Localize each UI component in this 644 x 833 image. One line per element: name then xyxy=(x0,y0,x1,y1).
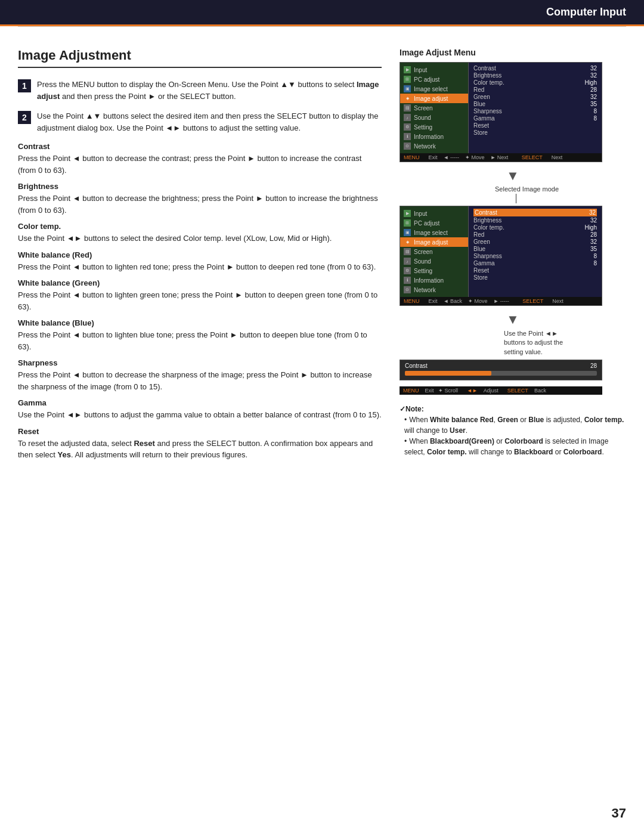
menu-item-setting-label-2: Setting xyxy=(414,268,432,274)
header-title: Computer Input xyxy=(546,6,626,18)
menu-item-image-adjust-label: Image adjust xyxy=(414,95,448,102)
menu-left-1: ▶ Input ⊞ PC adjust ▣ Image select ◈ Ima… xyxy=(400,63,469,153)
step-number-1: 1 xyxy=(18,79,31,92)
note-item-1: When White balance Red, Green or Blue is… xyxy=(404,414,626,436)
image-adjust-icon: ◈ xyxy=(404,95,411,102)
menu-item-network: ⊙ Network xyxy=(400,141,468,151)
right-column: Image Adjust Menu ▶ Input ⊞ PC adjust ▣ … xyxy=(400,48,626,467)
information-icon-2: ℹ xyxy=(404,277,411,284)
right-row-contrast-2: Contrast32 xyxy=(473,209,597,216)
step-number-2: 2 xyxy=(18,111,31,124)
note-title: ✓Note: xyxy=(400,404,626,414)
section-wb-blue-body: Press the Point ◄ button to lighten blue… xyxy=(18,329,382,352)
menu-item-sound-label-2: Sound xyxy=(414,258,431,265)
menu-item-image-select-2: ▣ Image select xyxy=(400,228,468,237)
section-sharpness: Sharpness Press the Point ◄ button to de… xyxy=(18,358,382,392)
slider-track xyxy=(405,371,597,376)
image-select-icon-2: ▣ xyxy=(404,229,411,236)
input-icon-2: ▶ xyxy=(404,210,411,217)
menu-item-input-label-2: Input xyxy=(414,210,427,217)
adjust-label: ◄► xyxy=(467,388,478,394)
select-label-2: SELECT xyxy=(522,298,543,304)
pc-adjust-icon-2: ⊞ xyxy=(404,219,411,227)
section-wb-green-body: Press the Point ◄ button to lighten gree… xyxy=(18,289,382,312)
network-icon-2: ⊙ xyxy=(404,286,411,293)
header-divider xyxy=(18,26,626,27)
section-reset-title: Reset xyxy=(18,427,382,436)
menu-item-image-select: ▣ Image select xyxy=(400,84,468,94)
menu-item-setting: ⚙ Setting xyxy=(400,122,468,132)
arrow-down-2: ▼ xyxy=(400,312,626,327)
annotation-container: Selected Image mode xyxy=(400,185,626,203)
page-title: Image Adjustment xyxy=(18,48,382,68)
menu-item-information-label: Information xyxy=(414,134,444,140)
section-contrast: Contrast Press the Point ◄ button to dec… xyxy=(18,142,382,176)
menu-ui-1: ▶ Input ⊞ PC adjust ▣ Image select ◈ Ima… xyxy=(400,62,602,162)
menu-bar-2: MENU Exit ◄ Back ✦ Move ► ----- SELECT N… xyxy=(400,297,602,305)
section-color-temp-title: Color temp. xyxy=(18,222,382,231)
menu-exit-label-2: MENU xyxy=(404,298,420,304)
menu-exit-label: MENU xyxy=(404,154,420,160)
right-row-sharpness: Sharpness8 xyxy=(473,108,597,114)
menu-item-input: ▶ Input xyxy=(400,65,468,75)
image-adjust-icon-2: ◈ xyxy=(404,239,411,246)
menu-item-screen-label: Screen xyxy=(414,105,433,112)
section-wb-red-body: Press the Point ◄ button to lighten red … xyxy=(18,261,382,273)
setting-icon-2: ⚙ xyxy=(404,267,411,274)
right-row-red: Red28 xyxy=(473,86,597,93)
section-gamma-title: Gamma xyxy=(18,398,382,407)
slider-bottom-bar: MENU Exit ✦ Scroll ◄► Adjust SELECT Back xyxy=(400,386,602,395)
right-row-colortemp: Color temp.High xyxy=(473,79,597,86)
step-1-text: Press the MENU button to display the On-… xyxy=(37,79,382,102)
slider-value: 28 xyxy=(590,363,597,369)
menu-item-sound-label: Sound xyxy=(414,114,431,121)
arrow-down-1: ▼ xyxy=(400,168,626,184)
right-row-sharpness-2: Sharpness8 xyxy=(473,253,597,259)
section-contrast-body: Press the Point ◄ button to decrease the… xyxy=(18,153,382,176)
section-wb-red-title: White balance (Red) xyxy=(18,250,382,259)
section-brightness: Brightness Press the Point ◄ button to d… xyxy=(18,182,382,216)
right-row-green: Green32 xyxy=(473,94,597,100)
menu-item-image-adjust-2: ◈ Image adjust xyxy=(400,237,468,247)
menu-item-image-select-label-2: Image select xyxy=(414,230,448,236)
menu-item-image-adjust-label-2: Image adjust xyxy=(414,239,448,246)
menu-item-pc-adjust-2: ⊞ PC adjust xyxy=(400,218,468,228)
menu-ui-2-inner: ▶ Input ⊞ PC adjust ▣ Image select ◈ Ima… xyxy=(400,206,602,297)
right-row-store: Store xyxy=(473,129,597,136)
menu-ui-2: ▶ Input ⊞ PC adjust ▣ Image select ◈ Ima… xyxy=(400,206,602,306)
section-reset: Reset To reset the adjusted data, select… xyxy=(18,427,382,461)
section-white-balance-red: White balance (Red) Press the Point ◄ bu… xyxy=(18,250,382,273)
note-list: When White balance Red, Green or Blue is… xyxy=(400,414,626,457)
menu-item-network-label-2: Network xyxy=(414,287,436,293)
main-content: Image Adjustment 1 Press the MENU button… xyxy=(0,36,644,479)
menu-left-2: ▶ Input ⊞ PC adjust ▣ Image select ◈ Ima… xyxy=(400,206,469,297)
menu-item-information-label-2: Information xyxy=(414,277,444,284)
right-row-blue: Blue35 xyxy=(473,101,597,107)
right-row-colortemp-2: Color temp.High xyxy=(473,224,597,231)
input-icon: ▶ xyxy=(404,66,411,73)
step-2: 2 Use the Point ▲▼ buttons select the de… xyxy=(18,110,382,134)
information-icon: ℹ xyxy=(404,133,411,140)
menu-item-information-2: ℹ Information xyxy=(400,275,468,285)
select-label-1: SELECT xyxy=(522,154,543,160)
section-reset-body: To reset the adjusted data, select Reset… xyxy=(18,438,382,461)
menu-item-pc-adjust-label-2: PC adjust xyxy=(414,220,439,227)
menu-item-sound: ♪ Sound xyxy=(400,113,468,122)
section-sharpness-title: Sharpness xyxy=(18,358,382,367)
right-row-reset: Reset xyxy=(473,122,597,129)
menu-item-pc-adjust: ⊞ PC adjust xyxy=(400,75,468,84)
right-row-reset-2: Reset xyxy=(473,267,597,274)
slider-fill xyxy=(405,371,491,376)
right-row-green-2: Green32 xyxy=(473,239,597,245)
slider-bar: Contrast 28 xyxy=(400,360,602,380)
screen-icon-2: ▤ xyxy=(404,248,411,255)
menu-item-network-label: Network xyxy=(414,143,436,150)
menu-item-screen-2: ▤ Screen xyxy=(400,247,468,256)
right-row-red-2: Red28 xyxy=(473,231,597,238)
menu-item-setting-2: ⚙ Setting xyxy=(400,266,468,275)
left-column: Image Adjustment 1 Press the MENU button… xyxy=(18,48,382,467)
section-wb-blue-title: White balance (Blue) xyxy=(18,318,382,327)
step-1: 1 Press the MENU button to display the O… xyxy=(18,79,382,102)
menu-right-2: Contrast32 Brightness32 Color temp.High … xyxy=(469,206,602,297)
annotation-line xyxy=(516,194,626,203)
